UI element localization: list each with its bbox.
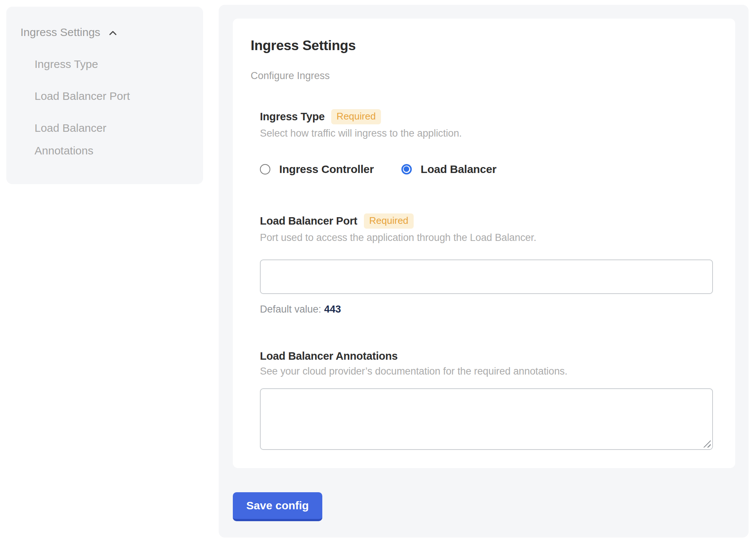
field-description-load-balancer-port: Port used to access the application thro… (260, 232, 713, 244)
field-description-load-balancer-annotations: See your cloud provider’s documentation … (260, 366, 713, 377)
sidebar-section-ingress-settings[interactable]: Ingress Settings (20, 21, 189, 43)
load-balancer-port-input[interactable] (260, 259, 713, 294)
field-label-load-balancer-annotations: Load Balancer Annotations (260, 350, 398, 362)
sidebar-section-label: Ingress Settings (20, 21, 100, 43)
load-balancer-annotations-textarea[interactable] (260, 388, 713, 450)
field-label-load-balancer-port: Load Balancer Port (260, 215, 357, 227)
radio-button-ingress-controller[interactable] (260, 164, 270, 174)
radio-button-load-balancer[interactable] (401, 164, 412, 174)
field-load-balancer-annotations: Load Balancer Annotations See your cloud… (260, 350, 713, 450)
sidebar-item-load-balancer-port[interactable]: Load Balancer Port (35, 85, 161, 107)
ingress-settings-card: Ingress Settings Configure Ingress Ingre… (233, 19, 735, 468)
field-load-balancer-annotations-head: Load Balancer Annotations (260, 350, 713, 362)
radio-option-ingress-controller[interactable]: Ingress Controller (260, 163, 374, 176)
save-config-button[interactable]: Save config (233, 492, 322, 521)
settings-nav-sidebar: Ingress Settings Ingress Type Load Balan… (6, 7, 203, 184)
field-ingress-type-head: Ingress Type Required (260, 109, 713, 124)
field-ingress-type: Ingress Type Required Select how traffic… (260, 109, 713, 176)
default-value-label: Default value: (260, 304, 321, 315)
sidebar-items: Ingress Type Load Balancer Port Load Bal… (35, 53, 189, 162)
page-title: Ingress Settings (251, 37, 713, 54)
page: Ingress Settings Ingress Type Load Balan… (0, 0, 756, 539)
form-sections: Ingress Type Required Select how traffic… (260, 109, 713, 450)
sidebar-item-load-balancer-annotations[interactable]: Load Balancer Annotations (35, 117, 161, 162)
radio-label-ingress-controller: Ingress Controller (279, 163, 374, 176)
field-label-ingress-type: Ingress Type (260, 111, 325, 123)
field-load-balancer-port: Load Balancer Port Required Port used to… (260, 213, 713, 315)
annotations-textarea-wrap (260, 388, 713, 450)
chevron-up-icon (107, 27, 119, 39)
field-description-ingress-type: Select how traffic will ingress to the a… (260, 128, 713, 139)
radio-option-load-balancer[interactable]: Load Balancer (401, 163, 496, 176)
default-value-hint: Default value:443 (260, 304, 713, 315)
ingress-type-radio-group: Ingress Controller Load Balancer (260, 163, 713, 176)
required-badge: Required (331, 109, 381, 124)
sidebar-item-ingress-type[interactable]: Ingress Type (35, 53, 161, 75)
required-badge: Required (364, 213, 414, 229)
settings-panel: Ingress Settings Configure Ingress Ingre… (219, 5, 749, 538)
field-load-balancer-port-head: Load Balancer Port Required (260, 213, 713, 229)
default-value: 443 (324, 304, 341, 315)
radio-label-load-balancer: Load Balancer (421, 163, 496, 176)
page-subtitle: Configure Ingress (251, 70, 713, 82)
